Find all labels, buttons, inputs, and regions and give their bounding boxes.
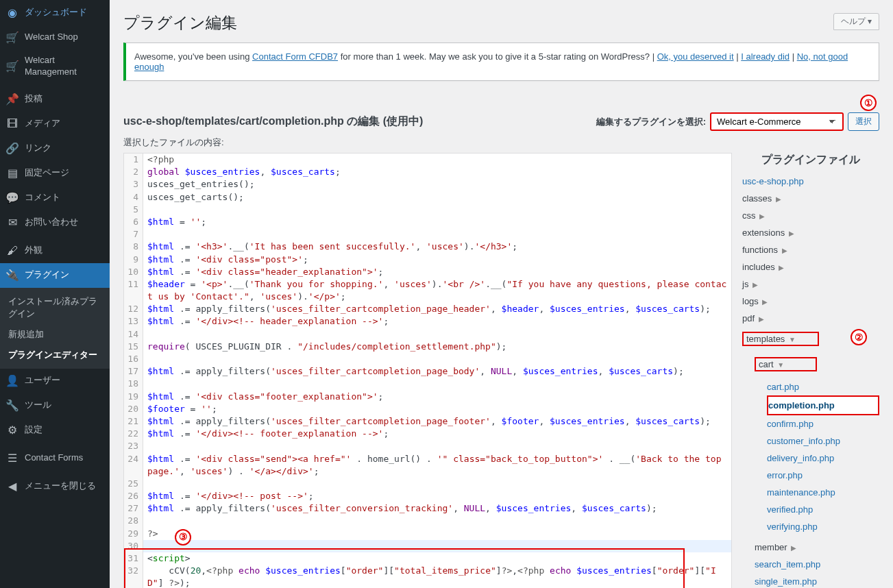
submenu-add-new[interactable]: 新規追加 xyxy=(0,324,110,345)
settings-icon: ⚙︎ xyxy=(5,424,19,437)
menu-label: コメント xyxy=(25,192,60,204)
notice-link-already[interactable]: I already did xyxy=(741,51,790,62)
file-tree: usc-e-shop.php classes ▶ css ▶ extension… xyxy=(742,173,879,588)
menu-label: 設定 xyxy=(25,424,42,436)
cart-icon: 🛒 xyxy=(5,30,19,44)
menu-settings[interactable]: ⚙︎設定 xyxy=(0,418,110,443)
notice-link-cfdb7[interactable]: Contact Form CFDB7 xyxy=(252,51,338,62)
chevron-down-icon: ▼ xyxy=(777,361,784,369)
menu-users[interactable]: 👤ユーザー xyxy=(0,369,110,393)
menu-pages[interactable]: ▤固定ページ xyxy=(0,161,110,186)
menu-label: ダッシュボード xyxy=(25,7,87,19)
media-icon: 🎞 xyxy=(5,117,19,131)
menu-posts[interactable]: 📌投稿 xyxy=(0,87,110,112)
main-content: プラグイン編集 ヘルプ ▾ Awesome, you've been using… xyxy=(110,0,893,588)
files-heading: プラグインファイル xyxy=(742,153,879,167)
file-link[interactable]: verifying.php xyxy=(767,522,818,532)
folder-templates[interactable]: templates ▼ xyxy=(742,332,819,346)
menu-tools[interactable]: 🔧ツール xyxy=(0,393,110,418)
plug-icon: 🔌 xyxy=(5,269,19,282)
menu-appearance[interactable]: 🖌外観 xyxy=(0,238,110,263)
admin-notice: Awesome, you've been using Contact Form … xyxy=(123,42,879,81)
plugin-selector: 編集するプラグインを選択: Welcart e-Commerce 選択 xyxy=(596,112,879,131)
file-current[interactable]: completion.php xyxy=(767,395,879,415)
plugin-select[interactable]: Welcart e-Commerce xyxy=(710,112,844,131)
menu-label: お問い合わせ xyxy=(25,217,78,228)
menu-plugins[interactable]: 🔌プラグイン xyxy=(0,263,110,288)
folder-extensions[interactable]: extensions ▶ xyxy=(742,224,879,241)
file-link[interactable]: confirm.php xyxy=(767,419,814,429)
file-link[interactable]: search_item.php xyxy=(755,559,820,569)
callout-2-icon: ② xyxy=(851,329,867,345)
chevron-down-icon: ▼ xyxy=(789,336,796,343)
link-icon: 🔗 xyxy=(5,142,19,156)
menu-comments[interactable]: 💬コメント xyxy=(0,186,110,210)
submenu-editor[interactable]: プラグインエディター xyxy=(0,345,110,365)
menu-dashboard[interactable]: ◉ダッシュボード xyxy=(0,0,110,25)
menu-media[interactable]: 🎞メディア xyxy=(0,112,110,136)
menu-contact-forms[interactable]: ☰Contact Forms xyxy=(0,446,110,471)
file-link[interactable]: cart.php xyxy=(767,382,799,392)
folder-classes[interactable]: classes ▶ xyxy=(742,190,879,207)
page-title: プラグイン編集 xyxy=(123,6,237,36)
file-link[interactable]: delivery_info.php xyxy=(767,453,834,463)
menu-label: プラグイン xyxy=(25,269,69,281)
menu-label: Welcart Shop xyxy=(25,32,78,43)
file-link[interactable]: customer_info.php xyxy=(767,436,840,446)
menu-welcart-mgmt[interactable]: 🛒Welcart Management xyxy=(0,49,110,84)
folder-cart[interactable]: cart ▼ xyxy=(755,357,817,371)
mail-icon: ✉ xyxy=(5,216,19,230)
chevron-right-icon: ▶ xyxy=(782,247,787,254)
page-icon: ▤ xyxy=(5,167,19,180)
dashboard-icon: ◉ xyxy=(5,5,19,19)
plugins-submenu: インストール済みプラグイン 新規追加 プラグインエディター xyxy=(0,288,110,369)
chevron-right-icon: ▶ xyxy=(776,195,781,203)
brush-icon: 🖌 xyxy=(5,244,19,258)
pin-icon: 📌 xyxy=(5,93,19,106)
submenu-installed[interactable]: インストール済みプラグイン xyxy=(0,291,110,324)
callout-row-1: ① xyxy=(123,95,879,111)
menu-label: 外観 xyxy=(25,245,42,256)
select-button[interactable]: 選択 xyxy=(848,112,879,131)
highlight-box-3 xyxy=(124,548,685,588)
chevron-right-icon: ▶ xyxy=(762,298,768,306)
folder-css[interactable]: css ▶ xyxy=(742,207,879,224)
callout-3-icon: ③ xyxy=(175,529,191,546)
code-editor[interactable]: 1<?php 2global $usces_entries, $usces_ca… xyxy=(123,153,732,588)
admin-sidebar: ◉ダッシュボード 🛒Welcart Shop 🛒Welcart Manageme… xyxy=(0,0,110,588)
menu-label: Welcart Management xyxy=(25,55,104,78)
menu-label: リンク xyxy=(25,143,51,154)
chevron-right-icon: ▶ xyxy=(759,212,765,220)
notice-text: for more than 1 week. May we ask you to … xyxy=(338,51,657,62)
folder-js[interactable]: js ▶ xyxy=(742,275,879,293)
chevron-right-icon: ▶ xyxy=(791,544,796,552)
cart-icon: 🛒 xyxy=(5,60,19,73)
comment-icon: 💬 xyxy=(5,191,19,205)
folder-functions[interactable]: functions ▶ xyxy=(742,241,879,258)
notice-link-ok[interactable]: Ok, you deserved it xyxy=(657,51,734,62)
folder-logs[interactable]: logs ▶ xyxy=(742,293,879,310)
menu-label: ユーザー xyxy=(25,375,60,387)
menu-links[interactable]: 🔗リンク xyxy=(0,136,110,161)
file-edit-subheader: usc-e-shop/templates/cart/completion.php… xyxy=(123,112,879,131)
menu-welcart-shop[interactable]: 🛒Welcart Shop xyxy=(0,25,110,49)
help-button[interactable]: ヘルプ ▾ xyxy=(833,13,879,30)
menu-label: Contact Forms xyxy=(25,452,83,464)
page-header: プラグイン編集 ヘルプ ▾ xyxy=(123,0,879,42)
notice-sep: | xyxy=(734,51,742,62)
menu-label: 固定ページ xyxy=(25,167,69,179)
menu-label: 投稿 xyxy=(25,93,42,105)
file-link[interactable]: error.php xyxy=(767,470,803,480)
folder-pdf[interactable]: pdf ▶ xyxy=(742,310,879,327)
menu-collapse[interactable]: ◀メニューを閉じる xyxy=(0,474,110,499)
folder-member[interactable]: member ▶ xyxy=(755,539,879,556)
user-icon: 👤 xyxy=(5,374,19,388)
tool-icon: 🔧 xyxy=(5,399,19,413)
file-link[interactable]: usc-e-shop.php xyxy=(742,176,804,186)
folder-includes[interactable]: includes ▶ xyxy=(742,258,879,275)
file-link[interactable]: maintenance.php xyxy=(767,487,835,498)
menu-contact[interactable]: ✉お問い合わせ xyxy=(0,210,110,235)
chevron-right-icon: ▶ xyxy=(759,315,764,323)
file-link[interactable]: verified.php xyxy=(767,504,813,515)
file-link[interactable]: single_item.php xyxy=(755,576,817,587)
